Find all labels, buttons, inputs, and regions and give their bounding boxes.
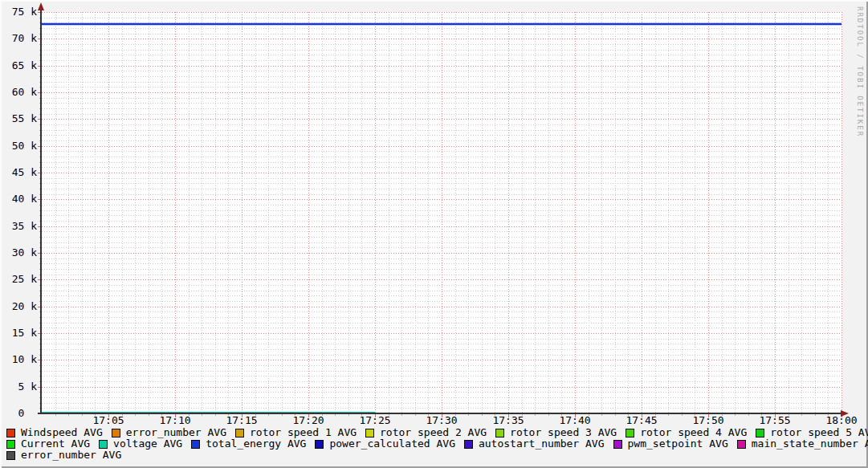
y-axis-tick-label: 65 k	[0, 60, 37, 71]
legend: Windspeed AVGerror_number AVGrotor speed…	[6, 427, 862, 461]
legend-item: pwm_setpoint AVG	[613, 438, 728, 450]
legend-row: Current AVGvoltage AVGtotal_energy AVGpo…	[6, 438, 862, 450]
legend-item-label: main_state_number AVG	[752, 438, 868, 450]
legend-item-label: rotor speed 1 AVG	[250, 427, 357, 438]
watermark-text: RRDTOOL / TOBI OETIKER	[856, 6, 864, 137]
legend-color-swatch	[626, 429, 634, 437]
legend-color-swatch	[6, 451, 15, 460]
legend-color-swatch	[365, 429, 374, 437]
y-axis-tick-label: 25 k	[0, 274, 37, 285]
y-axis-tick-label: 20 k	[0, 301, 37, 312]
x-axis-tick-label: 17:20	[287, 415, 329, 426]
legend-color-swatch	[6, 440, 15, 449]
legend-row: Windspeed AVGerror_number AVGrotor speed…	[6, 427, 862, 438]
y-axis-tick-label: 35 k	[0, 221, 37, 232]
legend-color-swatch	[191, 440, 200, 449]
x-axis-tick-label: 17:55	[754, 415, 796, 426]
legend-item-label: error_number AVG	[126, 427, 226, 438]
x-axis-tick-label: 17:30	[421, 415, 463, 426]
legend-item-label: rotor speed 5 AVG	[770, 427, 868, 438]
y-axis-tick-label: 10 k	[0, 354, 37, 365]
y-axis-tick-label: 55 k	[0, 113, 37, 124]
legend-item-label: autostart_number AVG	[479, 438, 605, 450]
x-axis-tick-label: 17:25	[354, 415, 396, 426]
legend-item: voltage AVG	[99, 438, 182, 450]
legend-item: power_calculated AVG	[315, 438, 455, 450]
x-axis-tick-label: 17:40	[554, 415, 596, 426]
plot-svg	[0, 0, 868, 468]
legend-item: error_number AVG	[6, 450, 121, 461]
legend-item: rotor speed 1 AVG	[235, 427, 357, 438]
legend-color-swatch	[495, 429, 504, 437]
legend-item: Current AVG	[6, 438, 90, 450]
x-axis-tick-label: 17:50	[687, 415, 729, 426]
legend-item-label: voltage AVG	[113, 438, 182, 450]
legend-color-swatch	[6, 429, 15, 437]
x-axis-tick-label: 17:10	[154, 415, 196, 426]
x-axis-tick-label: 17:35	[487, 415, 529, 426]
x-axis-tick-label: 17:45	[621, 415, 662, 426]
y-axis-tick-label: 45 k	[0, 167, 37, 178]
legend-color-swatch	[315, 440, 324, 449]
legend-item: rotor speed 2 AVG	[365, 427, 487, 438]
legend-item-label: rotor speed 4 AVG	[640, 427, 747, 438]
legend-color-swatch	[613, 440, 622, 449]
x-axis-tick-label: 18:00	[821, 415, 862, 426]
legend-item-label: power_calculated AVG	[329, 438, 455, 450]
legend-item-label: rotor speed 3 AVG	[510, 427, 617, 438]
legend-color-swatch	[112, 429, 120, 437]
rrd-graph-image: 75 k70 k65 k60 k55 k50 k45 k40 k35 k30 k…	[0, 0, 868, 468]
legend-item: rotor speed 3 AVG	[495, 427, 617, 438]
legend-item-label: error_number AVG	[21, 450, 121, 461]
y-axis-tick-label: 40 k	[0, 193, 37, 205]
y-axis-tick-label: 30 k	[0, 247, 37, 258]
legend-color-swatch	[737, 440, 746, 449]
legend-item-label: pwm_setpoint AVG	[628, 438, 728, 450]
y-axis-tick-label: 70 k	[0, 33, 37, 44]
legend-item: Windspeed AVG	[6, 427, 103, 438]
legend-item-label: Current AVG	[21, 438, 90, 450]
legend-item: rotor speed 5 AVG	[756, 427, 868, 438]
y-axis-arrow-icon	[38, 2, 44, 10]
legend-item: total_energy AVG	[191, 438, 306, 450]
y-axis-tick-label: 15 k	[0, 328, 37, 339]
legend-item: error_number AVG	[112, 427, 226, 438]
legend-color-swatch	[756, 429, 764, 437]
y-axis-tick-label: 75 k	[0, 6, 37, 18]
y-axis-tick-label: 60 k	[0, 87, 37, 98]
legend-item: main_state_number AVG	[737, 438, 868, 450]
legend-item-label: Windspeed AVG	[21, 427, 103, 438]
legend-color-swatch	[464, 440, 473, 449]
x-axis-tick-label: 17:05	[88, 415, 129, 426]
legend-item-label: rotor speed 2 AVG	[380, 427, 487, 438]
legend-item: rotor speed 4 AVG	[626, 427, 747, 438]
legend-color-swatch	[235, 429, 244, 437]
legend-item: autostart_number AVG	[464, 438, 605, 450]
legend-item-label: total_energy AVG	[206, 438, 306, 450]
y-axis-tick-label: 0	[0, 408, 37, 419]
y-axis-tick-label: 5 k	[0, 381, 37, 393]
x-axis-tick-label: 17:15	[221, 415, 263, 426]
y-axis-tick-label: 50 k	[0, 140, 37, 152]
legend-row: error_number AVG	[6, 450, 862, 461]
legend-color-swatch	[99, 440, 108, 449]
